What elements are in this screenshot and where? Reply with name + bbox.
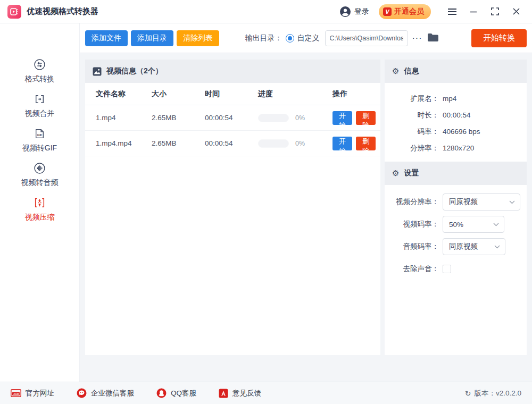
version-area: ↻ 版本：v2.0.2.0 bbox=[465, 389, 521, 398]
resolution-value: 1280x720 bbox=[443, 144, 474, 152]
minimize-button[interactable] bbox=[465, 4, 482, 20]
chevron-down-icon bbox=[494, 245, 500, 249]
format-convert-icon bbox=[34, 58, 46, 71]
progress-bar bbox=[258, 114, 289, 122]
folder-icon bbox=[427, 33, 439, 42]
audio-wave-icon bbox=[34, 162, 46, 174]
video-resolution-select[interactable]: 同原视频 bbox=[443, 193, 520, 211]
app-title: 优速视频格式转换器 bbox=[27, 6, 98, 16]
chevron-down-icon bbox=[493, 223, 499, 226]
remove-audio-label: 去除声音： bbox=[385, 264, 439, 274]
col-progress: 进度 bbox=[258, 89, 332, 99]
file-size: 2.65MB bbox=[152, 114, 205, 122]
row-start-button[interactable]: 开始 bbox=[332, 137, 352, 150]
official-site-link[interactable]: .com 官方网址 bbox=[11, 389, 54, 398]
sidebar-item-video-to-audio[interactable]: 视频转音频 bbox=[0, 162, 79, 188]
row-delete-button[interactable]: 删除 bbox=[356, 137, 376, 150]
video-bitrate-label: 视频码率： bbox=[385, 220, 439, 229]
qq-support-link[interactable]: QQ客服 bbox=[156, 388, 196, 398]
row-delete-button[interactable]: 删除 bbox=[356, 111, 376, 125]
chevron-down-icon bbox=[509, 200, 515, 204]
toolbar: 添加文件 添加目录 清除列表 输出目录： 自定义 ··· 开始转换 bbox=[80, 23, 532, 53]
svg-text:GIF: GIF bbox=[37, 133, 43, 137]
duration-value: 00:00:54 bbox=[443, 111, 471, 119]
sidebar-item-label: 视频合并 bbox=[25, 109, 55, 119]
add-file-button[interactable]: 添加文件 bbox=[85, 30, 128, 46]
progress-bar bbox=[258, 139, 289, 148]
fullscreen-icon bbox=[491, 7, 499, 15]
close-icon bbox=[513, 8, 520, 15]
maximize-button[interactable] bbox=[486, 4, 503, 20]
gear-icon: ⚙ bbox=[392, 169, 399, 178]
titlebar: 优速视频格式转换器 登录 V 开通会员 bbox=[0, 0, 532, 23]
wechat-icon bbox=[77, 388, 87, 398]
audio-bitrate-label: 音频码率： bbox=[385, 242, 439, 251]
custom-output-radio[interactable]: 自定义 bbox=[286, 33, 320, 43]
info-title: 信息 bbox=[404, 66, 419, 76]
minimize-icon bbox=[470, 8, 477, 15]
ext-value: mp4 bbox=[443, 95, 456, 103]
website-icon: .com bbox=[11, 389, 21, 397]
open-folder-button[interactable] bbox=[425, 33, 441, 44]
sidebar-item-video-compress[interactable]: 视频压缩 bbox=[0, 197, 79, 222]
col-actions: 操作 bbox=[332, 89, 370, 99]
video-info-title: 视频信息（2个） bbox=[106, 66, 163, 76]
sidebar-item-format-convert[interactable]: 格式转换 bbox=[0, 58, 79, 84]
audio-bitrate-select[interactable]: 同原视频 bbox=[443, 238, 505, 255]
sidebar-item-label: 视频转GIF bbox=[22, 144, 57, 153]
info-section-header: ⚙ 信息 bbox=[385, 60, 527, 83]
vip-label: 开通会员 bbox=[394, 7, 424, 16]
table-column-headers: 文件名称 大小 时间 进度 操作 bbox=[85, 83, 380, 105]
custom-radio-label: 自定义 bbox=[297, 33, 320, 43]
start-convert-button[interactable]: 开始转换 bbox=[471, 29, 527, 47]
vip-icon: V bbox=[383, 7, 392, 16]
video-resolution-label: 视频分辨率： bbox=[385, 197, 439, 207]
gif-file-icon: GIF bbox=[34, 128, 46, 140]
hamburger-icon bbox=[447, 8, 457, 15]
output-path-input[interactable] bbox=[325, 30, 408, 46]
video-info-panel: 视频信息（2个） 文件名称 大小 时间 进度 操作 1.mp4 2.65MB 0… bbox=[85, 60, 380, 355]
feedback-icon bbox=[219, 389, 228, 398]
table-row: 1.mp4 2.65MB 00:00:54 0% 开始 删除 bbox=[85, 105, 380, 131]
wechat-support-link[interactable]: 企业微信客服 bbox=[77, 388, 134, 398]
col-filename: 文件名称 bbox=[96, 89, 152, 99]
sidebar: 格式转换 视频合并 GIF 视频转GIF 视频转音频 bbox=[0, 23, 80, 382]
clear-list-button[interactable]: 清除列表 bbox=[177, 30, 219, 46]
sidebar-item-video-to-gif[interactable]: GIF 视频转GIF bbox=[0, 128, 79, 153]
file-time: 00:00:54 bbox=[205, 114, 258, 122]
menu-button[interactable] bbox=[444, 4, 461, 20]
output-dir-label: 输出目录： bbox=[245, 33, 282, 43]
row-start-button[interactable]: 开始 bbox=[332, 111, 352, 125]
file-size: 2.65MB bbox=[152, 139, 205, 147]
col-time: 时间 bbox=[205, 89, 258, 99]
sidebar-item-video-merge[interactable]: 视频合并 bbox=[0, 93, 79, 119]
login-button[interactable]: 登录 bbox=[339, 6, 369, 18]
radio-selected-icon bbox=[286, 34, 294, 43]
table-row: 1.mp4.mp4 2.65MB 00:00:54 0% 开始 删除 bbox=[85, 131, 380, 156]
sidebar-item-label: 视频转音频 bbox=[21, 178, 59, 188]
sidebar-item-label: 视频压缩 bbox=[25, 213, 55, 222]
qq-icon bbox=[156, 388, 167, 398]
video-compress-icon bbox=[34, 197, 46, 209]
footer: .com 官方网址 企业微信客服 QQ客服 意见反馈 ↻ 版本：v2.0.2.0 bbox=[0, 382, 532, 404]
version-label: 版本：v2.0.2.0 bbox=[474, 389, 521, 398]
content-area: 视频信息（2个） 文件名称 大小 时间 进度 操作 1.mp4 2.65MB 0… bbox=[80, 53, 532, 382]
video-merge-icon bbox=[34, 93, 46, 105]
feedback-link[interactable]: 意见反馈 bbox=[219, 389, 261, 398]
check-update-icon[interactable]: ↻ bbox=[465, 389, 471, 398]
bitrate-label: 码率： bbox=[385, 127, 439, 137]
browse-more-button[interactable]: ··· bbox=[409, 33, 426, 43]
duration-label: 时长： bbox=[385, 111, 439, 120]
add-directory-button[interactable]: 添加目录 bbox=[131, 30, 173, 46]
svg-text:.com: .com bbox=[13, 392, 19, 395]
user-avatar-icon bbox=[339, 6, 351, 18]
open-vip-button[interactable]: V 开通会员 bbox=[379, 4, 431, 19]
col-size: 大小 bbox=[152, 89, 205, 99]
close-button[interactable] bbox=[508, 4, 525, 20]
sidebar-item-label: 格式转换 bbox=[25, 74, 55, 84]
video-bitrate-select[interactable]: 50% bbox=[443, 216, 504, 233]
login-label: 登录 bbox=[354, 7, 369, 16]
remove-audio-checkbox[interactable] bbox=[443, 265, 451, 273]
settings-section-header: ⚙ 设置 bbox=[385, 162, 527, 185]
file-name: 1.mp4.mp4 bbox=[96, 139, 152, 147]
